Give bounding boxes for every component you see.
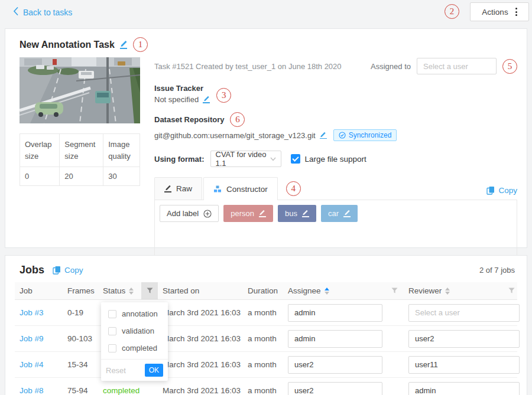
job-9-duration: a month xyxy=(243,334,283,343)
label-chip-person[interactable]: person xyxy=(223,205,273,222)
filter-option-annotation[interactable]: annotation xyxy=(101,305,168,322)
job-3-duration: a month xyxy=(243,308,283,317)
tab-constructor[interactable]: Constructor xyxy=(203,177,278,200)
jobs-copy-button[interactable]: Copy xyxy=(53,266,83,275)
edit-label-bus-icon[interactable] xyxy=(302,210,309,217)
label-chip-bus[interactable]: bus xyxy=(278,205,316,222)
issue-tracker-value: Not specified xyxy=(154,95,199,104)
job-8-started: March 3rd 2021 16:03 xyxy=(158,386,243,395)
synchronized-badge[interactable]: Synchronized xyxy=(333,129,397,141)
job-3-link[interactable]: Job #3 xyxy=(20,308,44,317)
back-to-tasks-link[interactable]: Back to tasks xyxy=(13,7,72,17)
job-8-status: completed ? xyxy=(98,386,141,395)
assignee-sorter[interactable] xyxy=(325,288,329,295)
job-3-started: March 3rd 2021 16:03 xyxy=(158,308,243,317)
job-row-4: Job #4 15-34 March 3rd 2021 16:03 a mont… xyxy=(15,352,517,378)
filter-funnel-icon xyxy=(508,288,515,294)
assigned-to-input[interactable] xyxy=(417,58,497,74)
col-header-status[interactable]: Status xyxy=(98,286,141,295)
status-filter-button[interactable] xyxy=(141,282,158,299)
edit-title-icon[interactable] xyxy=(120,40,128,48)
using-format-label: Using format: xyxy=(154,155,205,164)
constructor-tab-label: Constructor xyxy=(226,185,268,194)
label-chip-car[interactable]: car xyxy=(321,205,358,222)
large-file-support-checkbox[interactable]: Large file support xyxy=(291,154,366,164)
annotation-mark-4: 4 xyxy=(286,181,301,196)
job-4-reviewer-input[interactable] xyxy=(408,356,520,374)
raw-tab-label: Raw xyxy=(176,184,192,193)
filter-funnel-icon xyxy=(391,288,398,294)
job-8-reviewer-input[interactable] xyxy=(408,382,520,395)
chevron-down-icon xyxy=(270,157,276,161)
checkbox-checked-icon xyxy=(291,154,300,164)
edit-label-car-icon[interactable] xyxy=(343,210,351,217)
actions-button-label: Actions xyxy=(482,8,508,17)
plus-circle-icon xyxy=(203,210,212,218)
job-4-started: March 3rd 2021 16:03 xyxy=(158,360,243,369)
status-sorter[interactable] xyxy=(129,288,134,295)
task-details-page: Back to tasks 2 Actions New Annotation T… xyxy=(0,0,532,395)
large-file-support-label: Large file support xyxy=(305,155,366,164)
job-3-reviewer-input[interactable] xyxy=(408,304,520,322)
assigned-to-label: Assigned to xyxy=(371,62,411,71)
job-4-frames: 15-34 xyxy=(63,360,98,369)
task-left-column: Overlap size Segment size Image quality … xyxy=(20,57,140,257)
task-params-table: Overlap size Segment size Image quality … xyxy=(20,133,140,186)
filter-ok-button[interactable]: OK xyxy=(145,364,163,377)
labels-copy-button[interactable]: Copy xyxy=(486,186,517,195)
tab-raw[interactable]: Raw xyxy=(154,177,202,200)
edit-label-person-icon[interactable] xyxy=(259,210,266,217)
checkbox-unchecked-icon xyxy=(108,310,116,318)
job-9-link[interactable]: Job #9 xyxy=(20,334,44,343)
job-8-frames: 75-94 xyxy=(63,386,98,395)
format-select[interactable]: CVAT for video 1.1 xyxy=(210,151,281,167)
job-9-reviewer-input[interactable] xyxy=(408,330,520,348)
job-9-assignee-input[interactable] xyxy=(288,330,382,348)
checkbox-unchecked-icon xyxy=(108,327,116,335)
job-9-started: March 3rd 2021 16:03 xyxy=(158,334,243,343)
edit-issue-tracker-icon[interactable] xyxy=(203,96,210,103)
job-row-9: Job #9 90-103 March 3rd 2021 16:03 a mon… xyxy=(15,326,517,352)
constructor-icon xyxy=(213,185,222,193)
job-4-link[interactable]: Job #4 xyxy=(20,360,44,369)
format-select-value: CVAT for video 1.1 xyxy=(216,150,267,168)
annotation-mark-3: 3 xyxy=(216,88,231,103)
col-header-started: Started on xyxy=(158,286,243,295)
assignee-filter-button[interactable] xyxy=(385,282,404,299)
copy-icon xyxy=(53,266,61,275)
col-header-assignee[interactable]: Assignee xyxy=(283,286,385,295)
job-row-8: Job #8 75-94 completed ? March 3rd 2021 … xyxy=(15,378,517,395)
back-chevron-icon xyxy=(13,7,18,17)
copy-icon xyxy=(486,186,495,195)
filter-option-validation[interactable]: validation xyxy=(101,322,168,339)
actions-button[interactable]: Actions xyxy=(470,2,529,21)
edit-repository-icon[interactable] xyxy=(320,132,327,139)
label-chip-car-name: car xyxy=(328,209,339,218)
job-8-link[interactable]: Job #8 xyxy=(20,386,44,395)
dataset-repository-url: git@github.com:username/git_storage_v123… xyxy=(154,131,316,140)
reviewer-filter-button[interactable] xyxy=(504,282,518,299)
synchronized-badge-label: Synchronized xyxy=(349,131,392,139)
col-header-reviewer[interactable]: Reviewer xyxy=(404,286,504,295)
job-8-assignee-input[interactable] xyxy=(288,382,382,395)
job-3-frames: 0-19 xyxy=(63,308,98,317)
back-link-label: Back to tasks xyxy=(23,8,72,17)
label-chip-person-name: person xyxy=(231,209,254,218)
job-3-assignee-input[interactable] xyxy=(288,304,382,322)
topbar: Back to tasks 2 Actions xyxy=(0,0,532,25)
add-label-button[interactable]: Add label xyxy=(160,205,219,222)
reviewer-sorter[interactable] xyxy=(445,288,450,295)
job-4-assignee-input[interactable] xyxy=(288,356,382,374)
annotation-mark-1: 1 xyxy=(133,37,148,52)
param-header-segment: Segment size xyxy=(60,134,103,167)
label-chip-bus-name: bus xyxy=(285,209,297,218)
param-header-overlap: Overlap size xyxy=(20,134,60,167)
filter-option-completed[interactable]: completed xyxy=(101,339,168,357)
task-preview-image xyxy=(20,57,140,123)
filter-reset-button[interactable]: Reset xyxy=(106,366,126,375)
kebab-menu-icon xyxy=(515,8,517,16)
job-row-3: Job #3 0-19 March 3rd 2021 16:03 a month xyxy=(15,300,517,326)
param-value-quality: 30 xyxy=(103,167,140,186)
param-value-overlap: 0 xyxy=(20,167,60,186)
jobs-title: Jobs xyxy=(20,264,44,276)
